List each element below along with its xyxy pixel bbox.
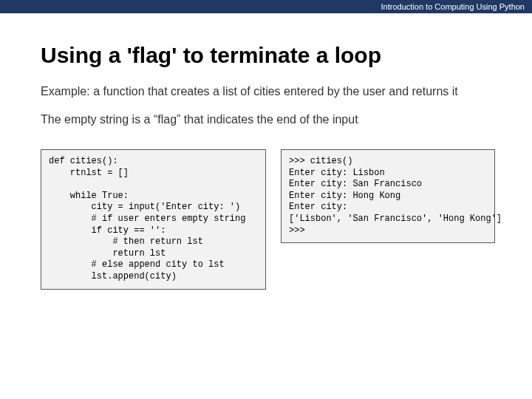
flag-explanation: The empty string is a “flag” that indica…: [41, 112, 491, 127]
code-output-box: >>> cities() Enter city: Lisbon Enter ci…: [281, 149, 495, 243]
slide-content: Using a 'flag' to terminate a loop Examp…: [0, 13, 532, 290]
course-title: Introduction to Computing Using Python: [381, 2, 525, 11]
code-definition-box: def cities(): rtnlst = [] while True: ci…: [41, 149, 266, 290]
code-row: def cities(): rtnlst = [] while True: ci…: [41, 149, 491, 290]
example-description: Example: a function that creates a list …: [41, 84, 491, 99]
slide-title: Using a 'flag' to terminate a loop: [41, 43, 491, 68]
header-bar: Introduction to Computing Using Python: [0, 0, 532, 13]
